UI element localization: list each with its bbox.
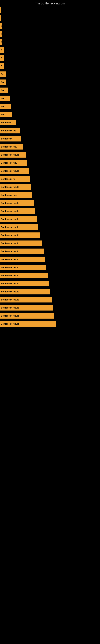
bar-label: Bc	[1, 73, 3, 76]
bar-item: B	[0, 47, 3, 53]
bar-row	[0, 14, 100, 22]
bar-row: E	[0, 22, 100, 30]
bar-label: E	[1, 33, 2, 35]
bar-row: Bottleneck result	[0, 215, 100, 223]
bar-row: Bottleneck result	[0, 199, 100, 207]
bar-label: Bottleneck result	[1, 202, 19, 204]
bar-row: Bottleneck result	[0, 312, 100, 320]
bar-row: Bottleneck result	[0, 320, 100, 328]
bar-row: Bottleneck	[0, 135, 100, 142]
bar-label: Bottleneck resu	[1, 146, 17, 148]
bar-label: Bottleneck result	[1, 226, 19, 228]
bar-row: Bottleneck result	[0, 296, 100, 304]
bar-item: Bottleneck result	[0, 256, 45, 262]
bar-label: Bo	[1, 81, 4, 84]
bar-row: Bottleneck result	[0, 272, 100, 279]
bar-item: Bottleneck result	[0, 297, 51, 302]
bar-row: Bottleneck result	[0, 240, 100, 247]
bar-row: Bottleneck resu	[0, 159, 100, 167]
bar-label: Bottleneck result	[1, 298, 19, 301]
bar-item: Bottleneck resu	[0, 192, 32, 198]
bar-item: E	[0, 23, 1, 29]
bar-row: Bottlenec	[0, 119, 100, 126]
bars-container: EEEBBBBcBoBoBottBottBottBottlenecBottlen…	[0, 6, 100, 328]
bar-item: Bottleneck result	[0, 216, 37, 222]
bar-label: Bottleneck result	[1, 322, 19, 325]
bar-label: Bott	[1, 97, 5, 100]
bar-item: Bottlenec	[0, 120, 16, 126]
bar-row: Bottleneck re	[0, 175, 100, 183]
bar-row: E	[0, 30, 100, 38]
bar-label: Bottleneck res	[1, 130, 16, 132]
bar-label: Bott	[1, 105, 5, 108]
bar-label: Bottleneck resu	[1, 162, 17, 164]
bar-item: Bottleneck resu	[0, 160, 27, 166]
bar-item: B	[0, 55, 4, 61]
bar-item: Bott	[0, 104, 11, 109]
bar-label: Bottlenec	[1, 121, 11, 124]
bar-row: Bottleneck result	[0, 264, 100, 271]
bar-label: Bottleneck	[1, 138, 12, 140]
bar-label: Bottleneck result	[1, 210, 19, 212]
bar-row: Bottleneck result	[0, 280, 100, 288]
bar-label: E	[1, 25, 1, 27]
bar-label: Bottleneck result	[1, 306, 19, 309]
bar-label: Bottleneck re	[1, 178, 15, 180]
bar-label: Bo	[1, 89, 4, 92]
bar-label: Bottleneck result	[1, 170, 19, 172]
bar-row	[0, 6, 100, 14]
bar-item: Bottleneck result	[0, 281, 49, 286]
bar-row: Bottleneck resu	[0, 143, 100, 150]
bar-row: Bott	[0, 94, 100, 102]
bar-item: Bottleneck resu	[0, 144, 23, 150]
bar-row: Bottleneck result	[0, 256, 100, 263]
bar-row: Bottleneck result	[0, 248, 100, 255]
bar-label: Bottleneck resu	[1, 194, 17, 196]
bar-item: Bottleneck	[0, 136, 21, 142]
bar-item: Bottleneck result	[0, 265, 46, 270]
bar-item: Bottleneck result	[0, 321, 56, 327]
bar-row: Bo	[0, 86, 100, 94]
bar-item: Bc	[0, 72, 6, 77]
bar-row: Bottleneck result	[0, 151, 100, 158]
bar-row: B	[0, 46, 100, 54]
bar-item: Bo	[0, 88, 8, 93]
bar-item: E	[0, 31, 2, 37]
bar-label: Bottleneck result	[1, 250, 19, 252]
bar-item: Bottleneck result	[0, 248, 44, 254]
bar-row: Bottleneck result	[0, 304, 100, 312]
bar-label: B	[1, 57, 2, 59]
bar-label: Bottleneck result	[1, 258, 19, 260]
bar-item: Bottleneck result	[0, 240, 42, 246]
bar-item: Bott	[0, 112, 12, 117]
bar-item: Bottleneck result	[0, 305, 53, 310]
bar-label: E	[1, 41, 2, 43]
bar-item: B	[0, 64, 4, 69]
bar-item: Bottleneck result	[0, 232, 40, 238]
bar-label: Bottleneck result	[1, 234, 19, 236]
bar-label: B	[1, 65, 2, 68]
bar-row: B	[0, 54, 100, 62]
bar-label: B	[1, 49, 2, 51]
bar-row: Bc	[0, 70, 100, 78]
bar-row: Bo	[0, 78, 100, 86]
bar-row: Bott	[0, 111, 100, 118]
bar-label: Bottleneck result	[1, 218, 19, 220]
bar-item: Bottleneck result	[0, 224, 38, 230]
bar-item: Bottleneck result	[0, 289, 50, 294]
bar-label: Bott	[1, 113, 5, 116]
bar-row: Bottleneck resu	[0, 191, 100, 199]
bar-item: Bottleneck result	[0, 168, 29, 174]
bar-item: Bottleneck result	[0, 184, 31, 190]
bar-row: Bottleneck result	[0, 232, 100, 239]
bar-row: Bottleneck res	[0, 127, 100, 134]
bar-row: E	[0, 38, 100, 46]
bar-row: Bott	[0, 103, 100, 110]
bar-item: Bo	[0, 80, 6, 85]
bar-row: Bottleneck result	[0, 288, 100, 296]
bar-item: Bottleneck result	[0, 273, 48, 278]
bar-item: Bott	[0, 96, 10, 101]
bar-label: Bottleneck result	[1, 154, 19, 156]
bar-label: Bottleneck result	[1, 290, 19, 293]
bar-item: Bottleneck result	[0, 200, 34, 206]
